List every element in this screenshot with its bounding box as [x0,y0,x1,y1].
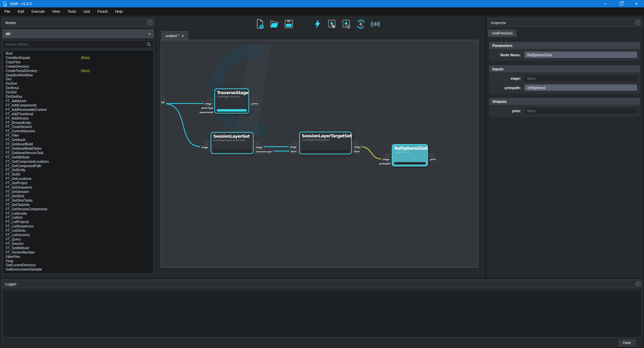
node-type-item[interactable]: FT_BrowseEntity [4,121,153,125]
node-type-item[interactable]: FT_GetLocations [4,177,153,181]
node-type-item[interactable]: Dict [4,77,153,82]
node-type-item[interactable]: FT_GetShot [4,194,153,199]
node-type-item[interactable]: DeadlineWorkflow [4,73,153,78]
port-layer[interactable]: layer [289,149,298,153]
port-stage[interactable]: stage [353,145,362,149]
port-primType[interactable]: primType [202,106,213,110]
inspector-popout-icon[interactable]: ↗ [635,20,640,25]
node-type-item[interactable]: FT_GetComponentLocations [4,160,153,164]
node-type-item[interactable]: FT_AddThumbnail [4,112,153,117]
menu-help[interactable]: Help [111,7,126,15]
node-type-item[interactable]: Bool [4,52,153,56]
minimize-button[interactable] [598,0,613,7]
stage-field[interactable] [525,75,637,81]
node-type-item[interactable]: FT_Filter [4,134,153,138]
re-execute-icon[interactable] [356,18,366,30]
close-button[interactable]: × [629,0,644,7]
logger-popout-icon[interactable]: ↗ [636,281,640,286]
node-type-item[interactable]: FT_ListShots [4,229,153,233]
menu-edit[interactable]: Edit [14,7,28,15]
node-type-item[interactable]: FT_ListVersions [4,233,153,237]
live-execute-icon[interactable] [370,18,380,30]
node-filter-dropdown[interactable]: All ▼ [3,29,154,38]
nodes-popout-icon[interactable]: ↗ [148,20,152,25]
node-type-item[interactable]: DictSetKey [4,95,153,99]
node-type-item[interactable]: FT_GetSession [4,190,153,194]
node-type-item[interactable]: CreateTempDirectory(Beta) [4,69,153,73]
tab-close-icon[interactable]: × [182,34,184,38]
new-scene-icon[interactable] [255,18,265,30]
inspector-node-tab[interactable]: UsdPrimGet1 [488,29,517,37]
restore-button[interactable] [613,0,629,7]
primpath-field[interactable] [525,84,637,91]
node-type-item[interactable]: FT_GetAssetVersionTask [4,151,153,155]
port-stage[interactable]: stage [288,145,298,149]
node-type-item[interactable]: FT_GetSequence [4,186,153,190]
node-type-item[interactable]: FT_GetComponentPath [4,164,153,168]
node-type-item[interactable]: FT_GetEntity [4,168,153,172]
node-type-item[interactable]: FT_ListGet [4,216,153,220]
node-name-field[interactable] [525,52,637,58]
clear-button[interactable]: Clear [619,339,635,346]
node-type-item[interactable]: FT_AddReviewableContent [4,108,153,112]
menu-file[interactable]: File [1,7,14,15]
port-traverseAll[interactable]: traverseAll [200,111,213,114]
node-type-item[interactable]: CreateDirectory [4,65,153,69]
node-type-item[interactable]: FT_GetVersionComponents [4,207,153,212]
node-type-item[interactable]: FT_AddComponents [4,103,153,108]
port-stage[interactable]: stage [204,102,213,106]
execute-icon[interactable] [313,18,323,30]
node-type-item[interactable]: FT_ListAssets [4,212,153,216]
node-type-item[interactable]: CopyFiles [4,60,153,65]
node-type-item[interactable]: FT_VersionNumber [4,251,153,255]
node-type-item[interactable]: FT_GetAssetBuildTasks [4,147,153,151]
node-type-item[interactable]: FT_GetAssetBuild [4,142,153,147]
node-type-item[interactable]: FT_GetAttribute [4,155,153,160]
execute-selected-icon[interactable] [327,18,337,30]
open-scene-icon[interactable] [269,18,279,30]
graph-node-traversestage[interactable]: TraverseStage(UsdStageTraverse) [214,88,249,114]
node-type-item[interactable]: GetEnvironmentVariable [4,268,153,272]
port-stage[interactable]: stage [381,157,391,161]
node-type-item[interactable]: FT_GetShotTasks [4,199,153,203]
node-type-item[interactable]: FT_SetAttribute [4,246,153,251]
node-type-item[interactable]: FilterFiles [4,255,153,259]
tab-untitled[interactable]: untitled * × [161,31,188,40]
node-type-item[interactable]: FT_Session [4,242,153,246]
menu-ftrack[interactable]: Ftrack [94,7,111,15]
port-layer[interactable]: layer [353,149,362,153]
menu-view[interactable]: View [48,7,64,15]
port-prims[interactable]: prims [250,102,260,106]
node-type-item[interactable]: FT_Query [4,237,153,242]
port-primpath[interactable]: primpath [379,162,391,165]
prim-field[interactable] [525,108,637,114]
node-type-item[interactable]: FT_AddAsset [4,99,153,103]
node-type-item[interactable]: FT_CloseSession [4,125,153,129]
node-type-item[interactable]: FT_CommitSession [4,129,153,134]
node-type-item[interactable]: FT_ListSequences [4,224,153,229]
port-stage[interactable]: stage [200,145,210,149]
search-input[interactable] [3,42,147,46]
node-type-item[interactable]: FT_GetTaskInfo [4,203,153,207]
node-type-item[interactable]: GetCurrentDirectory [4,263,153,268]
menu-usd[interactable]: Usd [80,7,94,15]
node-type-item[interactable]: FT_AddVersion [4,117,153,121]
save-scene-icon[interactable] [284,18,294,30]
execute-from-selected-icon[interactable] [341,18,352,30]
node-type-item[interactable]: FT_GetProject [4,181,153,186]
node-type-item[interactable]: FT_GetId [4,172,153,177]
port-prim[interactable]: prim [429,157,437,161]
node-type-item[interactable]: ConditionEquals(Beta) [4,56,153,60]
graph-canvas[interactable]: >>ageTraverseStage(UsdStageTraverse)>>>s… [161,40,478,268]
menu-tools[interactable]: Tools [64,7,80,15]
node-type-item[interactable]: Float [4,259,153,264]
node-type-item[interactable]: DictGet [4,82,153,86]
chevron-down-icon[interactable]: ▼ [145,30,153,38]
menu-execute[interactable]: Execute [28,7,49,15]
graph-node-sessionlayertargetset[interactable]: SessionLayerTargetSet(UsdStageEditTarget… [299,132,352,154]
node-type-item[interactable]: FT_GetAsset [4,138,153,142]
graph-node-sessionlayerget[interactable]: SessionLayerGet(UsdStageSessionLayerGet) [211,132,254,154]
node-type-item[interactable]: DictKeys [4,86,153,90]
node-type-item[interactable]: FT_ListProjects [4,220,153,224]
node-type-item[interactable]: DictSet [4,90,153,95]
